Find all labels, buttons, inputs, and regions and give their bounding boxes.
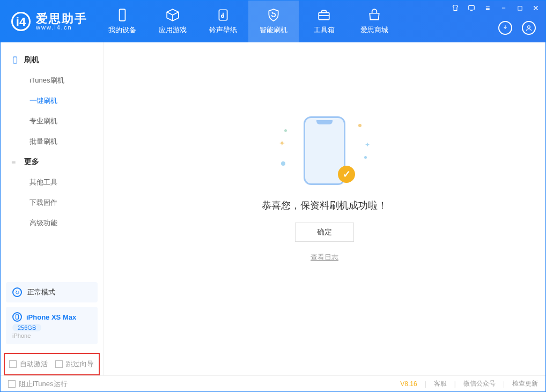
device-type: iPhone [12, 332, 91, 339]
tab-my-device[interactable]: 我的设备 [97, 1, 147, 42]
download-button[interactable] [498, 21, 512, 35]
version-label: V8.16 [400, 380, 417, 388]
checkbox-icon [9, 360, 17, 368]
svg-rect-6 [518, 6, 521, 10]
minimize-button[interactable]: － [499, 4, 508, 12]
svg-rect-0 [120, 9, 126, 21]
checkbox-skip-wizard[interactable]: 跳过向导 [55, 359, 94, 369]
success-message: 恭喜您，保资料刷机成功啦！ [262, 199, 387, 212]
close-button[interactable]: ✕ [532, 4, 540, 12]
sidebar-group-flash: 刷机 [1, 50, 103, 70]
skin-icon[interactable] [451, 4, 460, 12]
main-tabs: 我的设备 应用游戏 铃声壁纸 智能刷机 工具箱 爱思商城 [97, 1, 400, 42]
sidebar: 刷机 iTunes刷机 一键刷机 专业刷机 批量刷机 ≡ 更多 其他工具 下载固… [1, 42, 104, 375]
svg-rect-7 [13, 57, 17, 63]
sidebar-item-itunes-flash[interactable]: iTunes刷机 [1, 70, 103, 91]
checkbox-label: 阻止iTunes运行 [19, 379, 68, 389]
sidebar-item-download-fw[interactable]: 下载固件 [1, 193, 103, 213]
mode-label: 正常模式 [27, 287, 55, 297]
checkbox-label: 自动激活 [20, 359, 48, 369]
tab-smart-flash[interactable]: 智能刷机 [248, 1, 299, 42]
app-logo: i4 爱思助手 www.i4.cn [1, 1, 97, 42]
device-storage-badge: 256GB [12, 324, 41, 331]
checkbox-icon [55, 360, 63, 368]
shield-refresh-icon [267, 8, 281, 22]
tab-store[interactable]: 爱思商城 [349, 1, 400, 42]
cube-icon [166, 8, 180, 22]
app-site: www.i4.cn [36, 25, 87, 31]
flash-options-box: 自动激活 跳过向导 [4, 353, 100, 375]
sidebar-item-batch-flash[interactable]: 批量刷机 [1, 131, 103, 152]
tab-label: 工具箱 [314, 25, 335, 35]
sidebar-item-pro-flash[interactable]: 专业刷机 [1, 111, 103, 131]
feedback-icon[interactable] [467, 4, 476, 12]
store-icon [367, 8, 381, 22]
ok-button[interactable]: 确定 [295, 223, 354, 242]
app-header: i4 爱思助手 www.i4.cn 我的设备 应用游戏 铃声壁纸 智能刷机 工具… [1, 1, 545, 42]
app-name: 爱思助手 [36, 12, 87, 25]
tab-label: 爱思商城 [360, 25, 388, 35]
tab-label: 智能刷机 [260, 25, 287, 35]
tab-toolbox[interactable]: 工具箱 [299, 1, 349, 42]
checkbox-auto-activate[interactable]: 自动激活 [9, 359, 48, 369]
list-icon: ≡ [11, 158, 19, 166]
phone-outline-icon [11, 56, 19, 64]
check-update-link[interactable]: 检查更新 [512, 379, 538, 388]
view-log-link[interactable]: 查看日志 [311, 253, 338, 262]
group-label: 更多 [24, 157, 39, 167]
svg-rect-5 [469, 5, 475, 10]
checkbox-block-itunes[interactable]: 阻止iTunes运行 [8, 379, 68, 389]
wechat-link[interactable]: 微信公众号 [463, 379, 496, 388]
success-illustration: ✦✦ ✓ [279, 113, 370, 188]
support-link[interactable]: 客服 [434, 379, 447, 388]
status-bar: 阻止iTunes运行 V8.16 | 客服 | 微信公众号 | 检查更新 [1, 375, 545, 391]
sidebar-item-other-tools[interactable]: 其他工具 [1, 172, 103, 193]
tab-label: 铃声壁纸 [209, 25, 237, 35]
svg-point-2 [222, 15, 224, 17]
tab-label: 我的设备 [108, 25, 136, 35]
svg-rect-3 [319, 13, 329, 20]
mode-icon: ↻ [12, 287, 22, 297]
sidebar-item-oneclick-flash[interactable]: 一键刷机 [1, 91, 103, 111]
device-name: iPhone XS Max [26, 313, 76, 321]
maximize-button[interactable] [515, 4, 524, 12]
device-info-card[interactable]: iPhone XS Max 256GB iPhone [6, 307, 98, 344]
sidebar-item-advanced[interactable]: 高级功能 [1, 213, 103, 233]
tab-label: 应用游戏 [159, 25, 187, 35]
tab-apps[interactable]: 应用游戏 [147, 1, 198, 42]
svg-rect-8 [16, 315, 19, 319]
tab-ringtones[interactable]: 铃声壁纸 [198, 1, 248, 42]
device-mode-card[interactable]: ↻ 正常模式 [6, 282, 98, 302]
menu-icon[interactable]: ≡ [483, 4, 492, 12]
toolbox-icon [317, 8, 331, 22]
phone-icon [115, 8, 129, 22]
sidebar-group-more: ≡ 更多 [1, 152, 103, 172]
main-content: ✦✦ ✓ 恭喜您，保资料刷机成功啦！ 确定 查看日志 [104, 42, 545, 375]
music-icon [216, 8, 230, 22]
logo-icon: i4 [11, 12, 31, 31]
device-icon [12, 312, 22, 322]
svg-point-4 [528, 26, 530, 28]
check-icon: ✓ [338, 166, 355, 183]
group-label: 刷机 [24, 55, 39, 65]
checkbox-icon [8, 380, 16, 388]
account-button[interactable] [522, 21, 536, 35]
checkbox-label: 跳过向导 [66, 359, 94, 369]
